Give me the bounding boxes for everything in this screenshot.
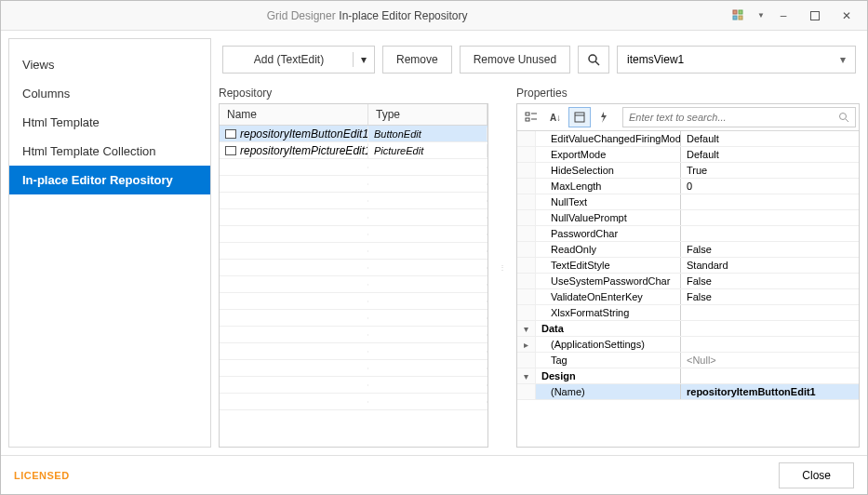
expand-icon [517, 194, 536, 209]
options-icon[interactable] [726, 6, 752, 26]
sidebar-item-views[interactable]: Views [9, 50, 210, 79]
footer: LICENSED Close [1, 455, 867, 494]
table-row[interactable] [220, 193, 487, 209]
table-row[interactable]: repositoryItemPictureEdit1PictureEdit [220, 142, 487, 159]
remove-unused-button[interactable]: Remove Unused [460, 46, 570, 74]
property-row[interactable]: NullText [517, 194, 859, 210]
property-row[interactable]: HideSelectionTrue [517, 163, 859, 179]
table-row[interactable] [220, 243, 487, 260]
sidebar-item-html-template-collection[interactable]: Html Template Collection [9, 137, 210, 166]
events-icon[interactable] [593, 107, 615, 127]
column-header-name[interactable]: Name [220, 104, 368, 125]
close-button[interactable]: Close [779, 462, 854, 488]
table-row[interactable] [220, 159, 487, 176]
editor-type-icon [225, 129, 236, 139]
expand-icon [517, 179, 536, 194]
expand-icon [517, 258, 536, 273]
svg-rect-2 [733, 16, 737, 20]
expand-icon [517, 131, 536, 146]
minimize-button[interactable]: – [770, 6, 796, 26]
designer-window: Grid Designer In-place Editor Repository… [0, 0, 868, 495]
splitter[interactable]: ⋮ [500, 87, 505, 448]
property-row[interactable]: ValidateOnEnterKeyFalse [517, 289, 859, 305]
property-list[interactable]: EditValueChangedFiringModeDefaultExportM… [517, 131, 859, 447]
property-row[interactable]: PasswordChar [517, 226, 859, 242]
sidebar-item-html-template[interactable]: Html Template [9, 108, 210, 137]
expand-icon [517, 353, 536, 368]
svg-rect-0 [733, 10, 737, 14]
table-row[interactable] [220, 310, 487, 327]
table-row[interactable] [220, 226, 487, 243]
svg-rect-11 [575, 113, 584, 122]
property-row[interactable]: MaxLength0 [517, 179, 859, 194]
table-row[interactable] [220, 293, 487, 310]
table-row[interactable] [220, 327, 487, 343]
svg-point-13 [840, 114, 847, 120]
table-row[interactable] [220, 360, 487, 377]
window-title: Grid Designer In-place Editor Repository [8, 8, 726, 22]
property-pages-icon[interactable] [568, 107, 591, 127]
property-category[interactable]: ▾Design [517, 368, 859, 384]
table-row[interactable] [220, 276, 487, 293]
column-header-type[interactable]: Type [368, 104, 487, 125]
licensed-badge: LICENSED [14, 470, 70, 481]
table-row[interactable] [220, 394, 487, 410]
expand-icon [517, 226, 536, 241]
property-row[interactable]: ▸(ApplicationSettings) [517, 337, 859, 353]
sidebar-item-inplace-editor-repository[interactable]: In-place Editor Repository [9, 166, 210, 194]
table-row[interactable]: repositoryItemButtonEdit1ButtonEdit [220, 126, 487, 142]
titlebar: Grid Designer In-place Editor Repository… [1, 1, 867, 31]
table-row[interactable] [220, 377, 487, 394]
table-row[interactable] [220, 343, 487, 360]
alphabetical-icon[interactable]: A↓ [544, 107, 567, 127]
expand-icon [517, 147, 536, 162]
categorized-icon[interactable] [520, 107, 542, 127]
property-row[interactable]: TextEditStyleStandard [517, 258, 859, 274]
property-row[interactable]: NullValuePrompt [517, 210, 859, 226]
property-row[interactable]: Tag<Null> [517, 353, 859, 368]
svg-line-6 [595, 61, 599, 65]
search-icon [838, 112, 849, 123]
expand-icon[interactable]: ▾ [517, 321, 536, 336]
property-row[interactable]: EditValueChangedFiringModeDefault [517, 131, 859, 147]
add-button[interactable]: Add (TextEdit) ▾ [222, 46, 375, 74]
add-dropdown-icon[interactable]: ▾ [353, 52, 374, 67]
property-row[interactable]: XlsxFormatString [517, 305, 859, 321]
property-search[interactable] [622, 107, 856, 127]
expand-icon [517, 305, 536, 320]
svg-point-5 [589, 55, 596, 62]
svg-rect-3 [739, 16, 742, 20]
property-search-input[interactable] [629, 112, 838, 123]
search-button[interactable] [578, 46, 609, 74]
expand-icon [517, 384, 536, 399]
property-row[interactable]: ExportModeDefault [517, 147, 859, 163]
svg-rect-1 [739, 10, 742, 14]
expand-icon[interactable]: ▾ [517, 368, 536, 383]
sidebar: Views Columns Html Template Html Templat… [8, 38, 211, 448]
dropdown-arrow-icon[interactable]: ▼ [757, 11, 765, 20]
repository-label: Repository [219, 87, 488, 103]
property-row[interactable]: ReadOnlyFalse [517, 242, 859, 258]
remove-button[interactable]: Remove [382, 46, 452, 74]
expand-icon [517, 210, 536, 225]
property-row[interactable]: (Name)repositoryItemButtonEdit1 [517, 384, 859, 400]
maximize-button[interactable] [802, 6, 828, 26]
table-row[interactable] [220, 209, 487, 226]
svg-rect-7 [526, 113, 529, 115]
repository-grid[interactable]: Name Type repositoryItemButtonEdit1Butto… [219, 103, 488, 448]
properties-label: Properties [516, 87, 860, 103]
expand-icon [517, 274, 536, 288]
property-category[interactable]: ▾Data [517, 321, 859, 337]
table-row[interactable] [220, 176, 487, 193]
properties-toolbar: A↓ [517, 104, 859, 131]
expand-icon [517, 289, 536, 304]
svg-rect-8 [526, 118, 529, 121]
view-selector[interactable]: itemsView1 ▾ [617, 46, 856, 74]
table-row[interactable] [220, 260, 487, 276]
sidebar-item-columns[interactable]: Columns [9, 79, 210, 108]
svg-line-14 [846, 119, 848, 122]
expand-icon[interactable]: ▸ [517, 337, 536, 352]
close-window-button[interactable]: ✕ [834, 6, 860, 26]
property-row[interactable]: UseSystemPasswordCharFalse [517, 274, 859, 289]
expand-icon [517, 242, 536, 257]
